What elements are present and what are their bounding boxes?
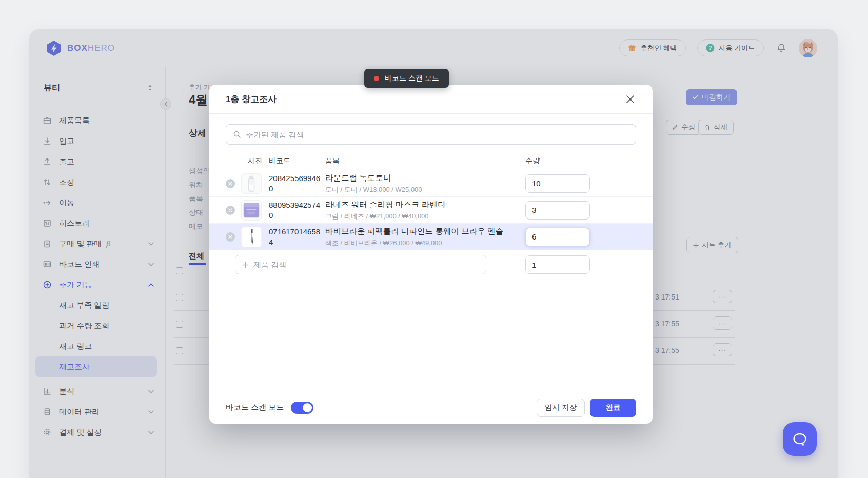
product-barcode: 0716170146584 [269,227,325,247]
chat-launcher-button[interactable] [783,422,817,456]
toggle-knob [303,403,312,412]
modal-close-button[interactable] [624,93,636,105]
modal-footer: 바코드 스캔 모드 임시 저장 완료 [209,391,653,424]
column-header-photo: 사진 [241,156,269,166]
plus-icon [242,262,249,268]
modal-header: 1층 창고조사 [209,85,653,114]
new-quantity-input[interactable] [525,255,590,274]
add-product-placeholder: 제품 검색 [253,260,286,270]
close-icon [626,95,634,103]
remove-product-button[interactable] [226,206,235,215]
x-icon [228,182,232,186]
product-photo-pencil [241,227,262,247]
done-button[interactable]: 완료 [590,399,636,417]
table-header-row: 사진 바코드 품목 수량 [209,152,653,170]
x-icon [228,208,232,212]
product-name: 라운드랩 독도토너 [325,173,519,184]
x-icon [228,235,232,239]
save-draft-button[interactable]: 임시 저장 [537,399,585,417]
search-icon [233,130,241,138]
add-product-search[interactable]: 제품 검색 [235,255,486,274]
stocktaking-modal: 1층 창고조사 사진 바코드 품목 수량 [209,85,653,424]
product-search-bar[interactable] [226,124,636,145]
modal-body: 사진 바코드 품목 수량 [209,114,653,391]
column-header-item: 품목 [325,156,525,166]
quantity-input[interactable] [525,201,590,220]
scan-mode-toggle[interactable] [291,402,313,414]
column-header-barcode: 바코드 [269,156,325,165]
product-meta: 토너 / 토너 / ₩13,000 / ₩25,000 [325,185,519,194]
modal-title: 1층 창고조사 [226,93,277,105]
remove-product-button[interactable] [226,179,235,188]
recording-dot-icon [374,76,379,81]
product-barcode: 8809539425740 [269,200,325,220]
product-name: 바비브라운 퍼펙틀리 디파인드 롱웨어 브라우 펜슬 [325,226,519,237]
product-meta: 색조 / 바비브라운 / ₩26,000 / ₩49,000 [325,238,519,248]
product-photo-toner [241,173,262,194]
quantity-input[interactable] [525,174,590,193]
column-header-qty: 수량 [525,156,590,166]
product-name: 라네즈 워터 슬리핑 마스크 라벤더 [325,200,519,210]
product-meta: 크림 / 라네즈 / ₩21,000 / ₩40,000 [325,212,519,221]
search-input[interactable] [246,130,629,139]
scan-mode-tooltip: 바코드 스캔 모드 [364,69,449,88]
scan-mode-label: 바코드 스캔 모드 [226,403,284,412]
chat-bubble-icon [790,429,810,449]
scan-mode-tooltip-label: 바코드 스캔 모드 [385,74,439,83]
product-table: 사진 바코드 품목 수량 [226,152,636,279]
product-row: 8809539425740 라네즈 워터 슬리핑 마스크 라벤더 크림 / 라네… [209,197,653,224]
add-product-row: 제품 검색 [226,250,636,279]
product-row: 2084255699460 라운드랩 독도토너 토너 / 토너 / ₩13,00… [209,170,653,197]
product-barcode: 2084255699460 [269,173,325,193]
product-photo-mask [241,200,262,221]
remove-product-button[interactable] [226,232,235,242]
product-row-highlighted: 0716170146584 바비브라운 퍼펙틀리 디파인드 롱웨어 브라우 펜슬… [209,224,653,250]
quantity-input[interactable] [525,228,590,246]
